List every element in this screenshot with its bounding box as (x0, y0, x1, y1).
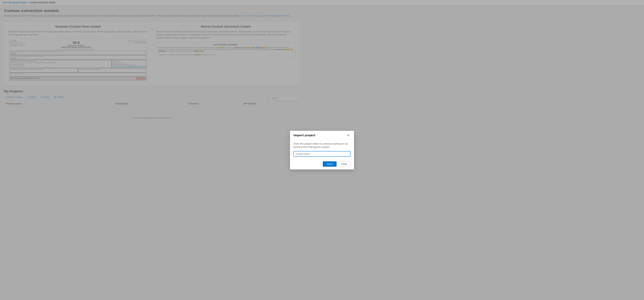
dialog-close-button[interactable]: ✕ (346, 134, 350, 137)
dialog-description: Enter the project token to continue work… (294, 142, 350, 149)
close-button[interactable]: Close (338, 161, 350, 166)
import-dialog: Import project ✕ Enter the project token… (290, 131, 354, 169)
dialog-overlay: Import project ✕ Enter the project token… (0, 0, 644, 300)
dialog-footer: Import Close (290, 159, 354, 169)
project-token-input[interactable] (294, 151, 350, 157)
import-confirm-button[interactable]: Import (323, 161, 336, 167)
dialog-body: Enter the project token to continue work… (290, 140, 354, 159)
dialog-header: Import project ✕ (290, 131, 354, 140)
dialog-title: Import project (294, 134, 316, 137)
